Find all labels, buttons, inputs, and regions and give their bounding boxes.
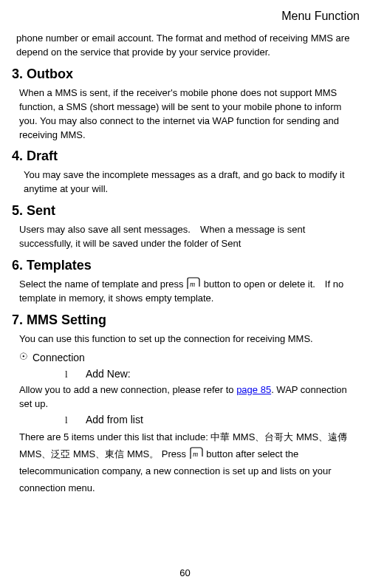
add-new-bullet: l Add New: [65, 366, 360, 382]
svg-text:m: m [190, 280, 195, 288]
outbox-heading: 3. Outbox [12, 64, 360, 83]
add-list-body: There are 5 items under this list that i… [19, 429, 360, 496]
intro-paragraph: phone number or email account. The forma… [16, 32, 360, 60]
draft-heading: 4. Draft [12, 146, 360, 165]
svg-text:m: m [193, 450, 198, 458]
mms-intro: You can use this function to set up the … [19, 332, 360, 346]
outbox-body: When a MMS is sent, if the receiver's mo… [19, 86, 360, 142]
add-new-body: Allow you to add a new connection, pleas… [19, 383, 360, 411]
page-number: 60 [0, 567, 370, 581]
templates-body: Select the name of template and press m … [19, 278, 360, 306]
add-list-label: Add from list [86, 412, 143, 427]
page-link[interactable]: page 85 [236, 384, 271, 395]
l-marker: l [65, 368, 86, 382]
connection-label: Connection [32, 350, 85, 365]
m-button-icon: m [186, 277, 201, 290]
l-marker: l [65, 414, 86, 428]
templates-heading: 6. Templates [12, 256, 360, 275]
add-new-label: Add New: [86, 366, 131, 381]
templates-body-before: Select the name of template and press [19, 278, 186, 290]
mms-heading: 7. MMS Setting [12, 310, 360, 329]
draft-body: You may save the incomplete messages as … [24, 168, 360, 196]
sent-body: Users may also save all sent messages. W… [19, 223, 360, 251]
page-header: Menu Function [9, 7, 360, 24]
m-button-icon: m [189, 447, 204, 460]
bullet-icon: ☉ [19, 350, 28, 364]
add-new-before: Allow you to add a new connection, pleas… [19, 384, 236, 395]
sent-heading: 5. Sent [12, 201, 360, 220]
connection-bullet: ☉ Connection [19, 350, 360, 365]
add-list-bullet: l Add from list [65, 412, 360, 428]
